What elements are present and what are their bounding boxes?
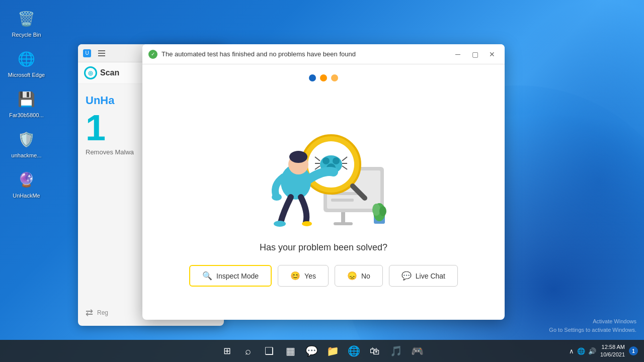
task-view-icon[interactable]: ❑ [260,342,278,360]
edge-desktop-label: Microsoft Edge [8,72,45,78]
close-button[interactable]: ✕ [486,48,499,61]
dialog-title: The automated test has finished and no p… [162,50,451,58]
activate-line1: Activate Windows [549,317,636,326]
spotify-icon[interactable]: 🎵 [387,342,405,360]
minimize-button[interactable]: ─ [451,48,464,61]
svg-point-21 [289,151,307,163]
tray-network[interactable]: 🌐 [577,347,585,355]
clock-date: 10/6/2021 [600,351,625,358]
unhackme2-label: UnHackMe [13,193,40,199]
taskbar: ⊞ ⌕ ❑ ▦ 💬 📁 🌐 🛍 🎵 🎮 ∧ 🌐 🔊 12:58 AM 10/6/… [0,340,644,362]
no-icon: 😞 [347,271,357,281]
clock-time: 12:58 AM [600,343,625,351]
reg-text: Reg [97,309,108,316]
recycle-bin-label: Recycle Bin [12,32,41,38]
scan-button[interactable]: ◎ Scan [84,66,119,79]
maximize-button[interactable]: ▢ [468,48,481,61]
toggle-icon: ⇄ [86,307,93,318]
system-tray-icons: ∧ 🌐 🔊 [569,347,596,355]
question-text: Has your problem been solved? [260,242,387,253]
activate-watermark: Activate Windows Go to Settings to activ… [549,317,636,334]
yes-label: Yes [304,272,316,280]
dialog-titlebar: ✓ The automated test has finished and no… [142,44,505,64]
hamburger-menu[interactable] [98,50,105,56]
edge-taskbar-icon[interactable]: 🌐 [345,342,363,360]
taskbar-icons: ⊞ ⌕ ❑ ▦ 💬 📁 🌐 🛍 🎵 🎮 [218,342,426,360]
taskbar-right: ∧ 🌐 🔊 12:58 AM 10/6/2021 1 [569,343,638,359]
svg-point-22 [272,194,282,201]
start-button[interactable]: ⊞ [218,342,236,360]
tray-volume[interactable]: 🔊 [588,347,596,355]
svg-point-9 [323,157,330,164]
notification-badge[interactable]: 1 [629,346,638,355]
svg-rect-3 [334,222,353,225]
dialog-window: ✓ The automated test has finished and no… [142,44,505,320]
svg-point-27 [372,204,380,216]
no-label: No [361,272,370,280]
tray-arrow[interactable]: ∧ [569,347,574,355]
search-taskbar-icon[interactable]: ⌕ [239,342,257,360]
yes-icon: 😊 [290,271,300,281]
live-chat-button[interactable]: 💬 Live Chat [389,265,458,287]
explorer-taskbar-icon[interactable]: 📁 [324,342,342,360]
dot-1 [309,74,316,81]
store-icon[interactable]: 🛍 [366,342,384,360]
svg-point-28 [379,206,386,216]
edge-desktop-icon[interactable]: 🌐 Microsoft Edge [8,48,45,78]
unhackme-desktop-label: unhackme... [12,152,42,158]
teams-icon[interactable]: 💬 [302,342,320,360]
inspect-icon: 🔍 [202,271,212,281]
recycle-bin-icon[interactable]: 🗑️ Recycle Bin [8,8,45,38]
inspect-mode-button[interactable]: 🔍 Inspect Mode [189,265,272,287]
unhackme-desktop-icon[interactable]: 🛡️ unhackme... [8,128,45,158]
dot-3 [331,74,338,81]
far-manager-label: Far30b5800... [9,112,44,118]
desktop-icons: 🗑️ Recycle Bin 🌐 Microsoft Edge 💾 Far30b… [8,8,45,199]
unhackme2-icon[interactable]: 🔮 UnHackMe [8,168,45,199]
inspect-label: Inspect Mode [216,272,259,280]
progress-dots [309,74,338,81]
far-manager-icon[interactable]: 💾 Far30b5800... [8,88,45,118]
dot-2 [320,74,327,81]
live-chat-icon: 💬 [401,271,412,281]
scan-label: Scan [100,68,119,77]
app-icon: U [83,49,91,57]
yes-button[interactable]: 😊 Yes [278,265,329,287]
activate-line2: Go to Settings to activate Windows. [549,326,636,334]
shield-icon: ✓ [148,50,157,59]
svg-point-10 [333,157,340,164]
unhackme-bottom: ⇄ Reg [86,307,108,318]
widgets-icon[interactable]: ▦ [281,342,299,360]
illustration [243,92,404,232]
gaming-icon[interactable]: 🎮 [408,342,426,360]
svg-rect-5 [331,199,354,202]
dialog-body: Has your problem been solved? 🔍 Inspect … [142,64,505,320]
scan-circle-icon: ◎ [84,66,97,79]
window-controls: ─ ▢ ✕ [451,48,499,61]
no-button[interactable]: 😞 No [335,265,383,287]
action-buttons: 🔍 Inspect Mode 😊 Yes 😞 No 💬 Live Chat [189,265,458,287]
svg-point-24 [302,221,312,226]
clock[interactable]: 12:58 AM 10/6/2021 [600,343,625,359]
live-chat-label: Live Chat [416,272,445,280]
svg-point-23 [274,221,286,227]
